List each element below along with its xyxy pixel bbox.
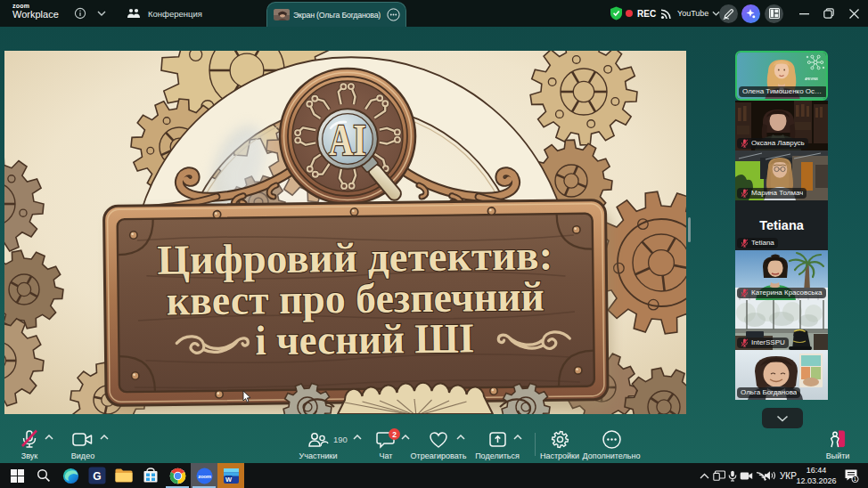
more-label: Дополнительно — [583, 451, 641, 460]
participant-name: InterSSPU — [751, 338, 785, 346]
react-options-chevron[interactable] — [456, 435, 465, 440]
participant-tile[interactable]: InterSSPU — [735, 300, 828, 350]
share-button[interactable]: Поделиться — [472, 428, 522, 460]
video-label: Видео — [71, 451, 94, 460]
leave-button[interactable]: Выйти — [820, 428, 856, 460]
mouse-cursor — [242, 390, 252, 403]
mic-muted-icon — [741, 139, 749, 148]
participants-options-chevron[interactable] — [353, 435, 362, 440]
title-bar: zoom Workplace Конференция Экран (Ольга … — [0, 0, 868, 27]
participant-tile[interactable]: 4RIVNE Олена Тимошенко Освіт... — [735, 51, 828, 101]
rec-label: REC — [637, 9, 656, 19]
participant-name-pill: Tetiana — [737, 238, 778, 248]
heart-icon — [428, 428, 449, 450]
logo-workplace-text: Workplace — [12, 10, 59, 20]
youtube-label: YouTube — [677, 9, 708, 18]
participant-logo-text: 4RIVNE — [805, 77, 818, 81]
participants-icon — [307, 428, 330, 450]
minimize-button[interactable] — [790, 0, 817, 27]
settings-label: Настройки — [540, 451, 579, 460]
participant-tile[interactable]: Катерина Красовська — [735, 250, 828, 300]
share-options-chevron[interactable] — [513, 435, 522, 440]
tray-date: 12.03.2026 — [791, 476, 841, 486]
layout-view-button[interactable] — [765, 4, 783, 23]
shared-screen: AIЦифровий детектив:квест про безпечнийі… — [4, 51, 686, 414]
ai-companion-button[interactable] — [741, 4, 760, 23]
video-options-chevron[interactable] — [100, 435, 109, 440]
sign-title-line3: і чесний ШІ — [255, 314, 475, 363]
screen-tab-label: Экран (Ольга Богданова) — [293, 11, 381, 20]
share-label: Поделиться — [475, 451, 520, 460]
chat-badge: 2 — [389, 428, 400, 440]
participants-label: Участники — [299, 451, 338, 460]
participant-name-pill: InterSSPU — [737, 338, 789, 348]
chat-label: Чат — [380, 451, 393, 460]
participant-name: Марина Толмач — [751, 189, 803, 197]
security-shield-icon[interactable] — [608, 0, 624, 27]
people-icon — [127, 8, 141, 19]
mic-muted-icon — [741, 338, 749, 347]
taskbar-clock[interactable]: 16:44 12.03.2026 — [791, 465, 841, 486]
annotate-pen-button[interactable] — [719, 4, 738, 23]
participant-name-pill: Ольга Богданова — [737, 387, 800, 397]
participant-name-pill: Марина Толмач — [737, 188, 807, 199]
participant-name: Катерина Красовська — [751, 289, 823, 297]
tab-screen-share[interactable]: Экран (Ольга Богданова) — [266, 2, 406, 27]
participants-strip: 4RIVNE Олена Тимошенко Освіт... Оксана Л… — [735, 51, 828, 400]
audio-options-chevron[interactable] — [45, 435, 53, 440]
zoom-workplace-logo: zoom Workplace — [12, 3, 59, 20]
leave-label: Выйти — [826, 451, 850, 460]
tray-cast-icon[interactable] — [712, 463, 726, 488]
video-camera-icon — [71, 428, 94, 450]
audio-button[interactable]: Звук — [12, 428, 47, 460]
ellipsis-icon — [602, 428, 622, 450]
shared-screen-artwork: AIЦифровий детектив:квест про безпечнийі… — [4, 51, 686, 414]
participants-button[interactable]: Участники — [295, 428, 341, 460]
close-button[interactable] — [840, 0, 867, 27]
participant-name: Оксана Лаврусь — [751, 139, 805, 147]
recording-indicator: REC — [626, 0, 656, 27]
stream-icon — [660, 8, 674, 20]
microphone-muted-icon — [19, 428, 40, 450]
audio-label: Звук — [21, 451, 37, 460]
youtube-stream-control[interactable]: YouTube — [660, 0, 720, 27]
tab-more-icon[interactable] — [387, 8, 400, 21]
restore-button[interactable] — [815, 0, 842, 27]
participant-tile[interactable]: Оксана Лаврусь — [735, 101, 828, 150]
screen-tab-thumbnail — [274, 9, 290, 20]
conference-tab-label: Конференция — [148, 9, 202, 19]
logo-zoom-text: zoom — [12, 3, 59, 9]
tray-expand-chevron-icon[interactable] — [697, 463, 711, 488]
tab-conference[interactable]: Конференция — [127, 0, 202, 27]
participant-name: Tetiana — [751, 239, 774, 247]
mic-muted-icon — [741, 189, 749, 198]
panel-resize-handle[interactable] — [688, 217, 691, 242]
react-button[interactable]: Отреагировать — [405, 428, 471, 460]
participant-tile[interactable]: Ольга Богданова — [735, 350, 828, 400]
tray-camera-icon[interactable] — [739, 463, 753, 488]
participant-tile[interactable]: Марина Толмач — [735, 150, 828, 200]
share-screen-icon — [487, 428, 508, 450]
mic-muted-icon — [741, 289, 749, 297]
titlebar-chevron-down-icon[interactable] — [94, 0, 109, 27]
info-icon[interactable] — [73, 0, 87, 27]
leave-meeting-icon — [827, 428, 848, 450]
meeting-toolbar: Звук Видео Участники 190 — [0, 426, 868, 463]
participant-name-pill: Олена Тимошенко Освіт... — [739, 86, 828, 96]
medallion-ai-label: AI — [329, 115, 366, 165]
react-label: Отреагировать — [411, 451, 467, 460]
mic-muted-icon — [741, 239, 749, 248]
participant-name: Олена Тимошенко Освіт... — [742, 87, 824, 95]
gear-icon — [550, 428, 570, 450]
tray-microphone-icon[interactable] — [725, 463, 740, 488]
participant-name-pill: Катерина Красовська — [737, 288, 826, 298]
participant-tile[interactable]: TetianaTetiana — [735, 200, 828, 250]
video-button[interactable]: Видео — [64, 428, 102, 460]
more-button[interactable]: Дополнительно — [579, 428, 643, 460]
settings-button[interactable]: Настройки — [535, 428, 585, 460]
participant-name-pill: Оксана Лаврусь — [737, 138, 808, 149]
rec-dot-icon — [626, 10, 633, 17]
action-center-button[interactable]: 1 — [839, 463, 863, 488]
tray-volume-icon[interactable] — [763, 463, 777, 488]
participant-name: Ольга Богданова — [741, 388, 797, 396]
